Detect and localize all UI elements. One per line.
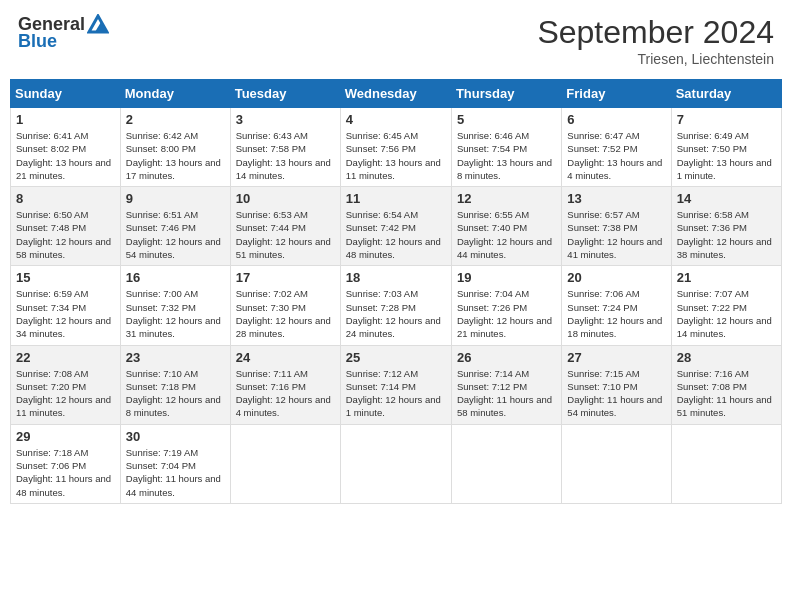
calendar-cell: [340, 424, 451, 503]
day-number: 5: [457, 112, 556, 127]
logo-icon: [87, 14, 109, 34]
calendar-cell: 9Sunrise: 6:51 AMSunset: 7:46 PMDaylight…: [120, 187, 230, 266]
calendar-week-row-1: 1Sunrise: 6:41 AMSunset: 8:02 PMDaylight…: [11, 108, 782, 187]
page-container: General Blue September 2024 Triesen, Lie…: [10, 10, 782, 504]
day-number: 30: [126, 429, 225, 444]
day-number: 8: [16, 191, 115, 206]
day-number: 29: [16, 429, 115, 444]
logo: General Blue: [18, 14, 109, 52]
calendar-cell: 4Sunrise: 6:45 AMSunset: 7:56 PMDaylight…: [340, 108, 451, 187]
calendar-week-row-2: 8Sunrise: 6:50 AMSunset: 7:48 PMDaylight…: [11, 187, 782, 266]
col-sunday: Sunday: [11, 80, 121, 108]
calendar-cell: 30Sunrise: 7:19 AMSunset: 7:04 PMDayligh…: [120, 424, 230, 503]
day-number: 27: [567, 350, 665, 365]
calendar-cell: [671, 424, 781, 503]
calendar-cell: 22Sunrise: 7:08 AMSunset: 7:20 PMDayligh…: [11, 345, 121, 424]
day-info: Sunrise: 7:03 AMSunset: 7:28 PMDaylight:…: [346, 287, 446, 340]
calendar-cell: 28Sunrise: 7:16 AMSunset: 7:08 PMDayligh…: [671, 345, 781, 424]
day-number: 20: [567, 270, 665, 285]
day-number: 12: [457, 191, 556, 206]
day-number: 23: [126, 350, 225, 365]
day-info: Sunrise: 7:08 AMSunset: 7:20 PMDaylight:…: [16, 367, 115, 420]
day-info: Sunrise: 6:45 AMSunset: 7:56 PMDaylight:…: [346, 129, 446, 182]
calendar-cell: 19Sunrise: 7:04 AMSunset: 7:26 PMDayligh…: [451, 266, 561, 345]
calendar-header-row: Sunday Monday Tuesday Wednesday Thursday…: [11, 80, 782, 108]
day-info: Sunrise: 7:16 AMSunset: 7:08 PMDaylight:…: [677, 367, 776, 420]
day-info: Sunrise: 6:43 AMSunset: 7:58 PMDaylight:…: [236, 129, 335, 182]
day-number: 17: [236, 270, 335, 285]
calendar-cell: 12Sunrise: 6:55 AMSunset: 7:40 PMDayligh…: [451, 187, 561, 266]
month-title: September 2024: [537, 14, 774, 51]
day-info: Sunrise: 6:58 AMSunset: 7:36 PMDaylight:…: [677, 208, 776, 261]
day-info: Sunrise: 6:47 AMSunset: 7:52 PMDaylight:…: [567, 129, 665, 182]
col-thursday: Thursday: [451, 80, 561, 108]
day-number: 1: [16, 112, 115, 127]
calendar-cell: 1Sunrise: 6:41 AMSunset: 8:02 PMDaylight…: [11, 108, 121, 187]
logo-blue-text: Blue: [18, 31, 57, 52]
calendar-cell: 15Sunrise: 6:59 AMSunset: 7:34 PMDayligh…: [11, 266, 121, 345]
day-number: 9: [126, 191, 225, 206]
day-info: Sunrise: 6:41 AMSunset: 8:02 PMDaylight:…: [16, 129, 115, 182]
day-info: Sunrise: 7:06 AMSunset: 7:24 PMDaylight:…: [567, 287, 665, 340]
calendar-cell: 26Sunrise: 7:14 AMSunset: 7:12 PMDayligh…: [451, 345, 561, 424]
day-number: 16: [126, 270, 225, 285]
day-info: Sunrise: 6:59 AMSunset: 7:34 PMDaylight:…: [16, 287, 115, 340]
day-number: 2: [126, 112, 225, 127]
calendar-week-row-5: 29Sunrise: 7:18 AMSunset: 7:06 PMDayligh…: [11, 424, 782, 503]
header: General Blue September 2024 Triesen, Lie…: [10, 10, 782, 71]
day-number: 6: [567, 112, 665, 127]
day-info: Sunrise: 6:54 AMSunset: 7:42 PMDaylight:…: [346, 208, 446, 261]
day-info: Sunrise: 7:11 AMSunset: 7:16 PMDaylight:…: [236, 367, 335, 420]
day-number: 14: [677, 191, 776, 206]
day-info: Sunrise: 7:10 AMSunset: 7:18 PMDaylight:…: [126, 367, 225, 420]
day-number: 4: [346, 112, 446, 127]
col-monday: Monday: [120, 80, 230, 108]
day-info: Sunrise: 6:49 AMSunset: 7:50 PMDaylight:…: [677, 129, 776, 182]
calendar-cell: 7Sunrise: 6:49 AMSunset: 7:50 PMDaylight…: [671, 108, 781, 187]
calendar-cell: 29Sunrise: 7:18 AMSunset: 7:06 PMDayligh…: [11, 424, 121, 503]
day-info: Sunrise: 7:02 AMSunset: 7:30 PMDaylight:…: [236, 287, 335, 340]
calendar-cell: 11Sunrise: 6:54 AMSunset: 7:42 PMDayligh…: [340, 187, 451, 266]
day-number: 10: [236, 191, 335, 206]
calendar-table: Sunday Monday Tuesday Wednesday Thursday…: [10, 79, 782, 504]
col-saturday: Saturday: [671, 80, 781, 108]
day-info: Sunrise: 6:57 AMSunset: 7:38 PMDaylight:…: [567, 208, 665, 261]
day-info: Sunrise: 6:53 AMSunset: 7:44 PMDaylight:…: [236, 208, 335, 261]
calendar-cell: 14Sunrise: 6:58 AMSunset: 7:36 PMDayligh…: [671, 187, 781, 266]
day-info: Sunrise: 7:12 AMSunset: 7:14 PMDaylight:…: [346, 367, 446, 420]
day-number: 18: [346, 270, 446, 285]
day-number: 7: [677, 112, 776, 127]
location-subtitle: Triesen, Liechtenstein: [537, 51, 774, 67]
calendar-cell: 8Sunrise: 6:50 AMSunset: 7:48 PMDaylight…: [11, 187, 121, 266]
calendar-cell: 13Sunrise: 6:57 AMSunset: 7:38 PMDayligh…: [562, 187, 671, 266]
calendar-cell: 21Sunrise: 7:07 AMSunset: 7:22 PMDayligh…: [671, 266, 781, 345]
day-info: Sunrise: 7:19 AMSunset: 7:04 PMDaylight:…: [126, 446, 225, 499]
col-friday: Friday: [562, 80, 671, 108]
col-tuesday: Tuesday: [230, 80, 340, 108]
calendar-cell: 6Sunrise: 6:47 AMSunset: 7:52 PMDaylight…: [562, 108, 671, 187]
calendar-week-row-4: 22Sunrise: 7:08 AMSunset: 7:20 PMDayligh…: [11, 345, 782, 424]
calendar-cell: [451, 424, 561, 503]
day-number: 3: [236, 112, 335, 127]
calendar-cell: 17Sunrise: 7:02 AMSunset: 7:30 PMDayligh…: [230, 266, 340, 345]
calendar-cell: 18Sunrise: 7:03 AMSunset: 7:28 PMDayligh…: [340, 266, 451, 345]
day-number: 13: [567, 191, 665, 206]
day-number: 25: [346, 350, 446, 365]
day-info: Sunrise: 6:42 AMSunset: 8:00 PMDaylight:…: [126, 129, 225, 182]
calendar-week-row-3: 15Sunrise: 6:59 AMSunset: 7:34 PMDayligh…: [11, 266, 782, 345]
calendar-cell: 5Sunrise: 6:46 AMSunset: 7:54 PMDaylight…: [451, 108, 561, 187]
calendar-cell: 10Sunrise: 6:53 AMSunset: 7:44 PMDayligh…: [230, 187, 340, 266]
title-section: September 2024 Triesen, Liechtenstein: [537, 14, 774, 67]
day-number: 19: [457, 270, 556, 285]
day-info: Sunrise: 7:00 AMSunset: 7:32 PMDaylight:…: [126, 287, 225, 340]
calendar-cell: [230, 424, 340, 503]
day-info: Sunrise: 7:04 AMSunset: 7:26 PMDaylight:…: [457, 287, 556, 340]
day-info: Sunrise: 7:07 AMSunset: 7:22 PMDaylight:…: [677, 287, 776, 340]
calendar-cell: 2Sunrise: 6:42 AMSunset: 8:00 PMDaylight…: [120, 108, 230, 187]
calendar-cell: 20Sunrise: 7:06 AMSunset: 7:24 PMDayligh…: [562, 266, 671, 345]
calendar-cell: 25Sunrise: 7:12 AMSunset: 7:14 PMDayligh…: [340, 345, 451, 424]
day-info: Sunrise: 7:14 AMSunset: 7:12 PMDaylight:…: [457, 367, 556, 420]
calendar-cell: [562, 424, 671, 503]
day-info: Sunrise: 6:51 AMSunset: 7:46 PMDaylight:…: [126, 208, 225, 261]
calendar-cell: 23Sunrise: 7:10 AMSunset: 7:18 PMDayligh…: [120, 345, 230, 424]
